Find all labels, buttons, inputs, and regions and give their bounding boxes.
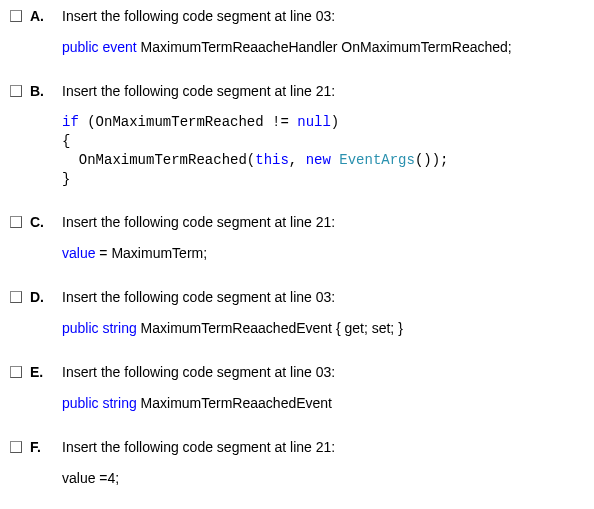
code-token: )	[331, 114, 339, 130]
checkbox-b[interactable]	[10, 85, 22, 97]
code-token: new	[306, 152, 331, 168]
code-token: public string	[62, 320, 141, 336]
code-token: MaximumTermReaachedEvent { get; set; }	[141, 320, 403, 336]
checkbox-col	[10, 289, 30, 306]
prompt-text: Insert the following code segment at lin…	[62, 364, 584, 380]
code-token: value	[62, 245, 99, 261]
option-label: D.	[30, 289, 62, 305]
option-content: Insert the following code segment at lin…	[62, 364, 584, 413]
checkbox-e[interactable]	[10, 366, 22, 378]
code-line: value = MaximumTerm;	[62, 244, 584, 263]
prompt-text: Insert the following code segment at lin…	[62, 83, 584, 99]
checkbox-f[interactable]	[10, 441, 22, 453]
option-content: Insert the following code segment at lin…	[62, 8, 584, 57]
option-d: D. Insert the following code segment at …	[10, 289, 584, 338]
checkbox-col	[10, 8, 30, 25]
code-line: if (OnMaximumTermReached != null)	[62, 113, 584, 132]
checkbox-col	[10, 364, 30, 381]
code-line: public event MaximumTermReaacheHandler O…	[62, 38, 584, 57]
code-line: public string MaximumTermReaachedEvent	[62, 394, 584, 413]
option-b: B. Insert the following code segment at …	[10, 83, 584, 189]
code-token: ());	[415, 152, 449, 168]
checkbox-d[interactable]	[10, 291, 22, 303]
option-label: E.	[30, 364, 62, 380]
code-token: = MaximumTerm;	[99, 245, 207, 261]
option-content: Insert the following code segment at lin…	[62, 83, 584, 189]
prompt-text: Insert the following code segment at lin…	[62, 8, 584, 24]
checkbox-a[interactable]	[10, 10, 22, 22]
code-line: }	[62, 170, 584, 189]
prompt-text: Insert the following code segment at lin…	[62, 214, 584, 230]
code-token: public string	[62, 395, 141, 411]
option-content: Insert the following code segment at lin…	[62, 439, 584, 488]
checkbox-col	[10, 83, 30, 100]
checkbox-c[interactable]	[10, 216, 22, 228]
code-line: value =4;	[62, 469, 584, 488]
checkbox-col	[10, 214, 30, 231]
option-c: C. Insert the following code segment at …	[10, 214, 584, 263]
code-token: {	[62, 133, 70, 149]
option-a: A. Insert the following code segment at …	[10, 8, 584, 57]
code-block: if (OnMaximumTermReached != null) { OnMa…	[62, 113, 584, 189]
code-token: MaximumTermReaacheHandler OnMaximumTermR…	[141, 39, 512, 55]
option-e: E. Insert the following code segment at …	[10, 364, 584, 413]
code-token: value =4;	[62, 470, 119, 486]
code-token: ,	[289, 152, 306, 168]
option-content: Insert the following code segment at lin…	[62, 214, 584, 263]
option-label: B.	[30, 83, 62, 99]
option-content: Insert the following code segment at lin…	[62, 289, 584, 338]
code-token: MaximumTermReaachedEvent	[141, 395, 332, 411]
code-token: public event	[62, 39, 141, 55]
option-label: F.	[30, 439, 62, 455]
option-label: A.	[30, 8, 62, 24]
answer-options: A. Insert the following code segment at …	[0, 0, 594, 504]
code-line: public string MaximumTermReaachedEvent {…	[62, 319, 584, 338]
option-label: C.	[30, 214, 62, 230]
code-token: EventArgs	[339, 152, 415, 168]
code-line: OnMaximumTermReached(this, new EventArgs…	[62, 151, 584, 170]
prompt-text: Insert the following code segment at lin…	[62, 289, 584, 305]
code-token: }	[62, 171, 70, 187]
prompt-text: Insert the following code segment at lin…	[62, 439, 584, 455]
code-token: null	[297, 114, 331, 130]
code-line: {	[62, 132, 584, 151]
option-f: F. Insert the following code segment at …	[10, 439, 584, 488]
code-token: if	[62, 114, 79, 130]
code-token: OnMaximumTermReached(	[62, 152, 255, 168]
checkbox-col	[10, 439, 30, 456]
code-token: this	[255, 152, 289, 168]
code-token: (OnMaximumTermReached !=	[79, 114, 297, 130]
